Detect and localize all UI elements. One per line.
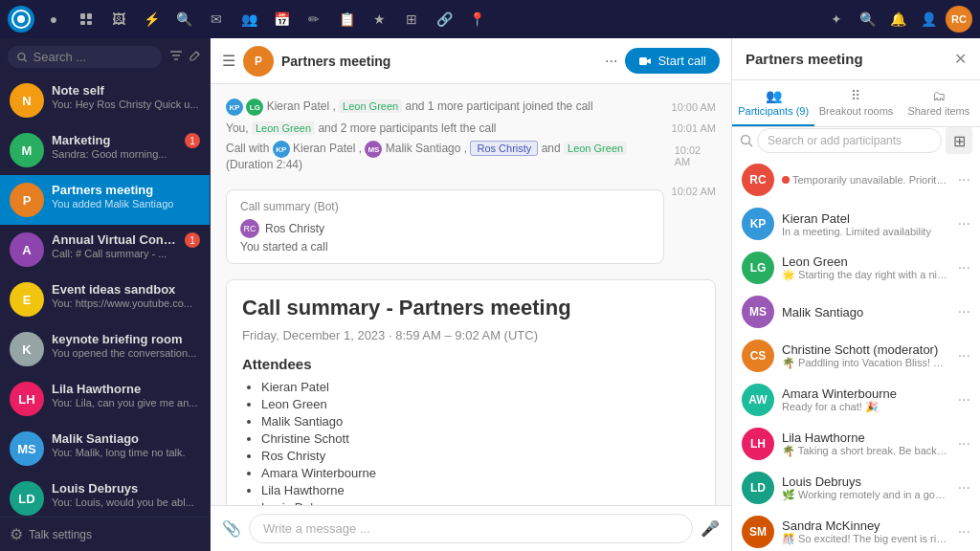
conversation-item-event-ideas[interactable]: E Event ideas sandbox You: https://www.y… (0, 275, 210, 324)
settings-icon: ⚙ (10, 525, 23, 543)
conversation-item-annual-virtual[interactable]: A Annual Virtual Conference Call: # Call… (0, 225, 210, 275)
add-participants-button[interactable]: ⊞ (946, 127, 972, 154)
svg-line-7 (24, 58, 27, 61)
participant-more-p5[interactable]: ··· (958, 391, 970, 408)
search-icon (17, 52, 28, 63)
conv-info-annual-virtual: Annual Virtual Conference Call: # Call s… (52, 232, 177, 259)
nav-icon-links[interactable]: 🔗 (431, 6, 457, 33)
timestamp-3: 10:02 AM (675, 144, 716, 167)
conversation-item-lila-hawthorne[interactable]: LH Lila Hawthorne You: Lila, can you giv… (0, 374, 210, 424)
talk-settings[interactable]: ⚙ Talk settings (0, 517, 210, 551)
participant-item-p2: LG Leon Green 🌟 Starting the day right w… (732, 246, 980, 290)
participant-more-p0[interactable]: ··· (958, 171, 970, 188)
participant-item-p5: AW Amara Winterbourne Ready for a chat! … (732, 378, 980, 422)
bot-message-container: Call summary (Bot) RC Ros Christy You st… (226, 182, 716, 272)
participant-more-p4[interactable]: ··· (958, 347, 970, 364)
conv-avatar-marketing: M (10, 133, 44, 167)
participant-name-p5: Amara Winterbourne (782, 386, 950, 401)
inline-avatar-lg: LG (246, 99, 263, 116)
nav-notifications-icon[interactable]: 🔔 (884, 6, 911, 33)
system-text-3b: Kieran Patel , (293, 142, 365, 155)
nav-icon-favorites[interactable]: ★ (366, 6, 392, 33)
tab-participants[interactable]: 👥 Participants (9) (732, 80, 814, 126)
tab-icon-participants: 👥 (766, 88, 782, 103)
participant-status-p6: 🌴 Taking a short break. Be back so... (782, 445, 950, 457)
close-panel-icon[interactable]: ✕ (954, 50, 967, 68)
svg-point-10 (742, 136, 750, 144)
inline-avatar-ms: MS (365, 141, 382, 158)
participants-list: RC Temporarily unavailable. Priority ...… (732, 158, 980, 551)
conv-name-lila-hawthorne: Lila Hawthorne (52, 382, 200, 396)
svg-line-11 (749, 143, 753, 147)
nav-icon-apps[interactable]: ⊞ (398, 6, 425, 33)
nav-icon-edit[interactable]: ✏ (301, 6, 327, 33)
chat-more-icon[interactable]: ··· (605, 53, 617, 70)
participant-more-p8[interactable]: ··· (958, 523, 970, 540)
inline-avatar-kp2: KP (273, 141, 290, 158)
nav-profile-icon[interactable]: 👤 (915, 6, 942, 33)
search-bar-container (0, 38, 210, 76)
conversation-list: N Note self You: Hey Ros Christy Quick u… (0, 76, 210, 517)
nav-icon-activity[interactable]: ⚡ (138, 6, 165, 33)
svg-point-1 (17, 15, 25, 23)
start-call-button[interactable]: Start call (625, 48, 720, 74)
nav-search-icon[interactable]: 🔍 (854, 6, 880, 33)
nav-icon-photos[interactable]: 🖼 (105, 6, 132, 33)
app-logo[interactable] (8, 6, 34, 33)
participants-search-input[interactable] (757, 128, 942, 153)
participant-more-p6[interactable]: ··· (958, 435, 970, 452)
conv-avatar-event-ideas: E (10, 282, 44, 317)
nav-icon-contacts[interactable]: 👥 (235, 6, 262, 33)
nav-right-section: ✦ 🔍 🔔 👤 RC (823, 6, 972, 33)
nav-icon-mail[interactable]: ✉ (203, 6, 230, 33)
conversation-item-marketing[interactable]: M Marketing Sandra: Good morning... 1 (0, 125, 210, 175)
participant-info-p5: Amara Winterbourne Ready for a chat! 🎉 (782, 386, 950, 413)
system-text-3a: Call with (226, 142, 273, 155)
nav-add-icon[interactable]: ✦ (823, 6, 850, 33)
participant-more-p7[interactable]: ··· (958, 479, 970, 496)
tab-label-participants: Participants (9) (738, 105, 809, 117)
conv-name-annual-virtual: Annual Virtual Conference (52, 232, 177, 247)
chat-menu-icon[interactable]: ☰ (222, 52, 235, 70)
conversation-item-partners-meeting[interactable]: P Partners meeting You added Malik Santi… (0, 175, 210, 225)
conv-avatar-partners-meeting: P (10, 183, 44, 217)
tab-shared[interactable]: 🗂 Shared items (898, 80, 980, 126)
chat-header: ☰ P Partners meeting ··· Start call (211, 38, 731, 84)
attach-icon[interactable]: 📎 (222, 519, 241, 538)
nav-icon-files[interactable] (73, 6, 100, 33)
search-input[interactable] (33, 50, 152, 64)
nav-user-avatar[interactable]: RC (946, 6, 972, 33)
attendee-item: Malik Santiago (261, 414, 700, 429)
participant-more-p3[interactable]: ··· (958, 303, 970, 320)
nav-icon-search[interactable]: 🔍 (170, 6, 197, 33)
conv-info-malik-santiago: Malik Santiago You: Malik, long time no … (52, 431, 200, 458)
nav-icon-calendar[interactable]: 📅 (268, 6, 295, 33)
conversation-item-keynote-briefing[interactable]: K keynote briefing room You opened the c… (0, 324, 210, 374)
leon-green-chip-3: Leon Green (564, 142, 627, 155)
nav-icon-location[interactable]: 📍 (463, 6, 490, 33)
participant-avatar-p5: AW (742, 384, 774, 416)
conv-name-partners-meeting: Partners meeting (52, 183, 200, 197)
system-message-2: You, Leon Green and 2 more participants … (226, 119, 716, 138)
conv-preview-louis-debruys: You: Louis, would you be abl... (52, 496, 200, 508)
nav-icon-circle[interactable]: ● (40, 6, 67, 33)
tab-breakout[interactable]: ⠿ Breakout rooms (814, 80, 897, 126)
svg-rect-3 (87, 13, 92, 19)
attendees-label: Attendees (242, 356, 700, 372)
leon-green-chip-1: Leon Green (339, 99, 402, 113)
conv-preview-keynote-briefing: You opened the conversation... (52, 347, 200, 359)
participant-more-p2[interactable]: ··· (958, 259, 970, 276)
participant-more-p1[interactable]: ··· (958, 215, 970, 232)
chat-input[interactable] (249, 514, 693, 543)
filter-icon[interactable] (169, 49, 183, 65)
attendee-item: Ros Christy (261, 449, 700, 463)
participant-name-p7: Louis Debruys (782, 474, 950, 489)
nav-icon-tasks[interactable]: 📋 (333, 6, 360, 33)
new-conversation-icon[interactable] (189, 49, 202, 65)
microphone-icon[interactable]: 🎤 (701, 519, 720, 538)
conversation-item-note-self[interactable]: N Note self You: Hey Ros Christy Quick u… (0, 76, 210, 125)
conversation-item-malik-santiago[interactable]: MS Malik Santiago You: Malik, long time … (0, 424, 210, 474)
conversation-item-louis-debruys[interactable]: LD Louis Debruys You: Louis, would you b… (0, 474, 210, 517)
conv-info-keynote-briefing: keynote briefing room You opened the con… (52, 332, 200, 359)
participant-item-p0: RC Temporarily unavailable. Priority ...… (732, 158, 980, 202)
